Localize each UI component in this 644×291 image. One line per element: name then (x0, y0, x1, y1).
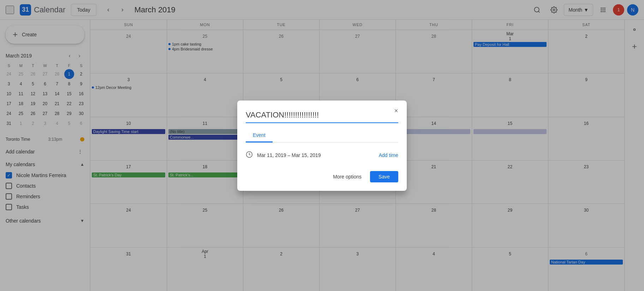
event-create-dialog: × Event Mar 11, 2019 – Mar 15, 2019 Add … (237, 101, 407, 191)
more-options-button[interactable]: More options (327, 171, 367, 182)
modal-overlay[interactable]: × Event Mar 11, 2019 – Mar 15, 2019 Add … (0, 0, 644, 291)
add-time-button[interactable]: Add time (379, 152, 398, 158)
date-range-text[interactable]: Mar 11, 2019 – Mar 15, 2019 (257, 152, 375, 158)
save-button[interactable]: Save (370, 171, 398, 182)
event-title-input[interactable] (246, 109, 398, 123)
modal-tabs: Event (246, 129, 398, 143)
date-row: Mar 11, 2019 – Mar 15, 2019 Add time (246, 148, 398, 163)
clock-icon (246, 151, 253, 160)
modal-footer: More options Save (246, 171, 398, 182)
tab-event[interactable]: Event (246, 129, 273, 143)
close-button[interactable]: × (390, 105, 402, 117)
